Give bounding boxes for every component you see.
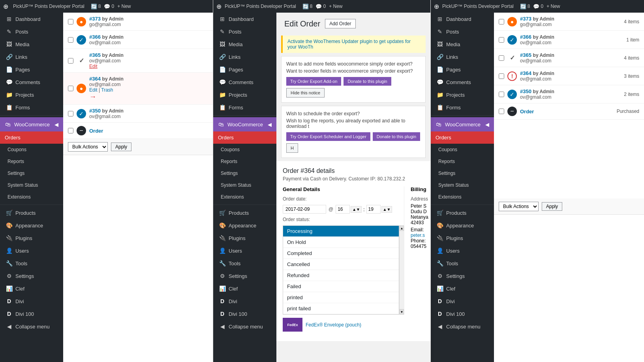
sidebar-m-links[interactable]: 🔗 Links (213, 51, 276, 63)
sidebar-item-projects[interactable]: 📁 Projects (0, 88, 63, 101)
sidebar-m-projects[interactable]: 📁 Projects (213, 88, 276, 101)
donate-plugin-btn-2[interactable]: Donate to this plugin (373, 132, 420, 141)
order-checkbox-365-l[interactable] (68, 58, 73, 64)
hour-picker-btn[interactable]: ▲▼ (351, 206, 362, 213)
sidebar-m-comments[interactable]: 💬 Comments (213, 76, 276, 88)
order-link-366-l[interactable]: #366 by Admin (89, 34, 124, 40)
order-link-350-r[interactable]: #350 by Admin (520, 88, 554, 94)
sidebar-item-systemstatus[interactable]: System Status (0, 179, 63, 191)
sidebar-m-dashboard[interactable]: ⊞ Dashboard (213, 13, 276, 25)
sidebar-item-users-l[interactable]: 👤 Users (0, 244, 63, 257)
updates-icon-right[interactable]: 🔄 8 (520, 4, 530, 9)
hide-notice-btn-1[interactable]: Hide this notice (286, 88, 325, 98)
sidebar-item-settings[interactable]: Settings (0, 167, 63, 179)
sidebar-m-products[interactable]: 🛒 Products (213, 206, 276, 219)
order-checkbox-366-r[interactable] (499, 37, 504, 43)
order-link-365-l[interactable]: #365 by Admin (89, 52, 124, 58)
status-option-printed[interactable]: printed (283, 292, 399, 303)
order-checkbox-373-r[interactable] (499, 19, 504, 24)
scrollbar-up-btn[interactable]: ▲ (400, 225, 404, 231)
order-link-365-r[interactable]: #365 by Admin (520, 52, 554, 58)
sidebar-m-pages[interactable]: 📄 Pages (213, 63, 276, 76)
order-checkbox-364-l[interactable] (68, 86, 73, 91)
site-name-right[interactable]: PickUP™ Points Developer Portal (442, 4, 514, 9)
order-link-order-l[interactable]: Order (89, 128, 103, 134)
sidebar-r-appearance[interactable]: 🎨 Appearance (431, 219, 494, 232)
status-option-refunded[interactable]: Refunded (283, 270, 399, 281)
sidebar-item-tools-l[interactable]: 🔧 Tools (0, 257, 63, 270)
sidebar-item-collapse-l[interactable]: ◀ Collapse menu (0, 320, 63, 333)
time-hour-input[interactable] (336, 205, 350, 214)
sidebar-r-reports[interactable]: Reports (431, 156, 494, 167)
sidebar-m-orders[interactable]: Orders (213, 131, 276, 144)
sidebar-r-projects[interactable]: 📁 Projects (431, 88, 494, 101)
sidebar-item-posts[interactable]: ✎ Posts (0, 25, 63, 38)
order-date-input[interactable] (283, 205, 326, 214)
trash-link-364-l[interactable]: Trash (101, 87, 113, 93)
sidebar-m-woo[interactable]: 🛍 WooCommerce ◀ (213, 117, 276, 131)
comments-icon-left[interactable]: 💬 0 (104, 4, 114, 9)
sidebar-item-comments[interactable]: 💬 Comments (0, 76, 63, 88)
sidebar-m-appearance[interactable]: 🎨 Appearance (213, 219, 276, 232)
sidebar-m-collapse[interactable]: ◀ Collapse menu (213, 320, 276, 333)
sidebar-r-clef[interactable]: 📊 Clef (431, 282, 494, 295)
sidebar-item-reports[interactable]: Reports (0, 156, 63, 167)
sidebar-item-plugins-l[interactable]: 🔌 Plugins (0, 232, 63, 244)
order-link-373-l[interactable]: #373 by Admin (89, 16, 124, 22)
sidebar-item-media[interactable]: 🖼 Media (0, 38, 63, 51)
sidebar-item-links[interactable]: 🔗 Links (0, 51, 63, 63)
sidebar-m-extensions[interactable]: Extensions (213, 191, 276, 203)
order-checkbox-order-r[interactable] (499, 109, 504, 114)
sidebar-r-woo[interactable]: 🛍 WooCommerce ◀ (431, 117, 494, 131)
sidebar-item-dashboard[interactable]: ⊞ Dashboard (0, 13, 63, 25)
site-name-middle[interactable]: PickUP™ Points Developer Portal (225, 4, 296, 9)
sidebar-r-collapse[interactable]: ◀ Collapse menu (431, 320, 494, 333)
sidebar-item-extensions[interactable]: Extensions (0, 191, 63, 203)
apply-btn-right[interactable]: Apply (542, 202, 562, 211)
sidebar-r-forms[interactable]: 📋 Forms (431, 101, 494, 114)
order-checkbox-350-l[interactable] (68, 111, 73, 116)
new-btn-middle[interactable]: + New (329, 4, 342, 9)
sidebar-item-clef-l[interactable]: 📊 Clef (0, 282, 63, 295)
donate-plugin-btn-1[interactable]: Donate to this plugin (344, 77, 391, 86)
sidebar-m-systemstatus[interactable]: System Status (213, 179, 276, 191)
new-btn-right[interactable]: + New (546, 4, 560, 9)
sidebar-r-posts[interactable]: ✎ Posts (431, 25, 494, 38)
order-link-350-l[interactable]: #350 by Admin (89, 108, 124, 114)
sidebar-r-divi[interactable]: D Divi (431, 295, 494, 308)
order-checkbox-365-r[interactable] (499, 55, 504, 61)
order-checkbox-364-r[interactable] (499, 73, 504, 79)
sidebar-item-coupons[interactable]: Coupons (0, 144, 63, 156)
sidebar-m-settings[interactable]: Settings (213, 167, 276, 179)
sidebar-r-pages[interactable]: 📄 Pages (431, 63, 494, 76)
order-link-366-r[interactable]: #366 by Admin (520, 34, 554, 40)
sidebar-r-settings[interactable]: Settings (431, 167, 494, 179)
order-link-373-r[interactable]: #373 by Admin (520, 16, 554, 22)
order-checkbox-366-l[interactable] (68, 37, 73, 43)
order-checkbox-order-l[interactable] (68, 128, 73, 133)
sidebar-r-tools[interactable]: 🔧 Tools (431, 257, 494, 270)
sidebar-m-divi[interactable]: D Divi (213, 295, 276, 308)
sidebar-r-divi100[interactable]: D Divi 100 (431, 308, 494, 320)
sidebar-m-divi100[interactable]: D Divi 100 (213, 308, 276, 320)
status-option-printfailed[interactable]: print failed (283, 303, 399, 314)
updates-icon-left[interactable]: 🔄 8 (91, 4, 101, 9)
bulk-actions-select-right[interactable]: Bulk Actions (499, 202, 539, 211)
bulk-actions-select-left[interactable]: Bulk Actions (68, 142, 108, 152)
sidebar-item-orders[interactable]: Orders (0, 131, 63, 144)
order-checkbox-373-l[interactable] (68, 19, 73, 24)
updater-notice-link[interactable]: Activate the WooThemes Updater plugin to… (287, 39, 411, 50)
try-scheduler-btn[interactable]: Try Order Export Scheduler and Logger (286, 132, 370, 141)
sidebar-m-reports[interactable]: Reports (213, 156, 276, 167)
sidebar-m-clef[interactable]: 📊 Clef (213, 282, 276, 295)
sidebar-m-posts[interactable]: ✎ Posts (213, 25, 276, 38)
sidebar-m-plugins[interactable]: 🔌 Plugins (213, 232, 276, 244)
sidebar-m-coupons[interactable]: Coupons (213, 144, 276, 156)
sidebar-m-users[interactable]: 👤 Users (213, 244, 276, 257)
sidebar-m-tools[interactable]: 🔧 Tools (213, 257, 276, 270)
sidebar-r-products[interactable]: 🛒 Products (431, 206, 494, 219)
sidebar-r-orders[interactable]: Orders (431, 131, 494, 144)
sidebar-r-links[interactable]: 🔗 Links (431, 51, 494, 63)
sidebar-r-dashboard[interactable]: ⊞ Dashboard (431, 13, 494, 25)
sidebar-item-pages[interactable]: 📄 Pages (0, 63, 63, 76)
